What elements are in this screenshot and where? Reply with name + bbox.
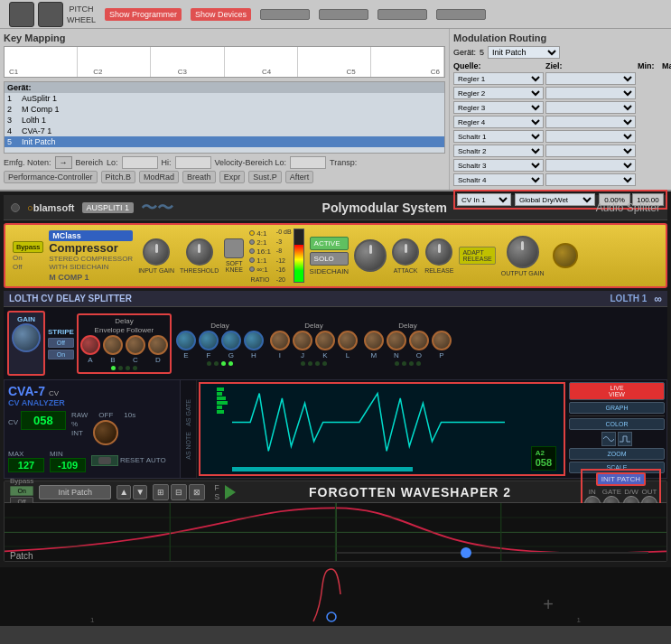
device-row-3[interactable]: 3 Lolth 1 <box>5 115 444 126</box>
show-programmer-btn[interactable]: Show Programmer <box>105 8 182 21</box>
on-btn[interactable]: On <box>48 350 74 359</box>
regler1-target[interactable] <box>545 72 636 85</box>
schaltr1-target[interactable] <box>545 130 636 143</box>
ratio-1-1[interactable]: 1:1 <box>249 257 271 265</box>
power-dot[interactable] <box>11 203 20 212</box>
velocity-lo-input[interactable] <box>290 156 326 169</box>
delay-h-knob[interactable] <box>244 331 264 350</box>
ratio-4-1[interactable]: 4:1 <box>249 229 271 238</box>
schaltr3-source[interactable]: Schaltr 3 <box>453 159 544 172</box>
pitch-knob[interactable] <box>9 2 34 27</box>
hi-input[interactable] <box>175 156 211 169</box>
ws-on-btn[interactable]: On <box>10 486 33 496</box>
threshold-knob[interactable] <box>186 238 213 266</box>
attack-knob[interactable] <box>392 238 419 266</box>
device-row-5[interactable]: 5 Init Patch <box>5 136 444 147</box>
delay-i-knob[interactable] <box>270 331 290 350</box>
channel-efgh: E F G H <box>176 331 264 359</box>
schaltr2-source[interactable]: Schaltr 2 <box>453 145 544 157</box>
soft-knee-control[interactable] <box>224 238 244 258</box>
ws-play-btn[interactable] <box>225 485 236 499</box>
off-btn[interactable]: Off <box>48 338 74 348</box>
slider-2[interactable] <box>319 9 368 20</box>
delay-d-knob[interactable] <box>148 335 168 355</box>
device-row-2[interactable]: 2 M Comp 1 <box>5 104 444 115</box>
schaltr4-target[interactable] <box>545 173 636 186</box>
ws-arrow-up[interactable]: ▲ <box>116 485 131 499</box>
delay-n-knob[interactable] <box>387 331 406 350</box>
delay-k-knob[interactable] <box>315 331 335 350</box>
ratio-2-1[interactable]: 2:1 <box>249 238 271 247</box>
perf-controller[interactable]: Performance-Controller <box>4 171 98 183</box>
reset-slider[interactable] <box>98 457 111 464</box>
wheel-knob[interactable] <box>38 2 63 27</box>
release-knob[interactable] <box>425 238 452 266</box>
device-row-4[interactable]: 4 CVA-7 1 <box>5 126 444 136</box>
delay-b-knob[interactable] <box>103 335 123 355</box>
show-devices-btn[interactable]: Show Devices <box>191 8 251 21</box>
delay-c-knob[interactable] <box>126 335 145 355</box>
output-gain-knob[interactable] <box>507 236 539 268</box>
schaltr4-source[interactable]: Schaltr 4 <box>453 173 544 186</box>
schaltr3-target[interactable] <box>545 159 636 172</box>
delay-g: G <box>221 331 241 359</box>
regler1-source[interactable]: Regler 1 <box>453 72 544 85</box>
wave-icon-1[interactable] <box>601 432 616 446</box>
delay-m-knob[interactable] <box>364 331 384 350</box>
arrow-btn[interactable]: → <box>55 156 72 169</box>
schaltr2-target[interactable] <box>545 145 636 157</box>
delay-o-knob[interactable] <box>409 331 429 350</box>
solo-btn[interactable]: SOLO <box>310 252 349 266</box>
cva-main-knob[interactable] <box>93 420 118 445</box>
delay-a-knob[interactable] <box>80 335 100 355</box>
regler2-source[interactable]: Regler 2 <box>453 87 544 99</box>
perf-breath[interactable]: Breath <box>182 171 216 183</box>
perf-sustp[interactable]: Sust.P <box>248 171 282 183</box>
slider-1[interactable] <box>260 9 310 20</box>
perf-pitchb[interactable]: Pitch.B <box>101 171 136 183</box>
perf-expr[interactable]: Expr <box>219 171 246 183</box>
delay-l-knob[interactable] <box>338 331 358 350</box>
input-gain-knob[interactable] <box>143 238 170 266</box>
regler4-target[interactable] <box>545 116 636 128</box>
wave-icon-2[interactable] <box>618 432 632 446</box>
active-btn[interactable]: ACTIVE <box>310 237 349 250</box>
regler3-target[interactable] <box>545 101 636 114</box>
zoom-btn[interactable]: ZOOM <box>569 448 665 460</box>
color-btn[interactable]: COLOR <box>569 418 665 430</box>
ws-icon-3[interactable]: ⊠ <box>189 484 205 500</box>
ws-icon-2[interactable]: ⊟ <box>171 484 187 500</box>
ws-patch-btn[interactable]: Init Patch <box>39 485 111 499</box>
ws-arrow-down[interactable]: ▼ <box>133 485 147 499</box>
regler4-source[interactable]: Regler 4 <box>453 116 544 128</box>
live-view-btn[interactable]: LIVEVIEW <box>569 382 665 400</box>
ws-slider-thumb[interactable] <box>461 547 471 558</box>
regler2-target[interactable] <box>545 87 636 99</box>
graph-btn[interactable]: GRAPH <box>569 402 665 414</box>
adapt-release-btn[interactable]: ADAPTRELEASE <box>459 247 495 265</box>
delay-f-knob[interactable] <box>199 331 219 350</box>
sidechain-knob[interactable] <box>354 239 387 272</box>
delay-p-knob[interactable] <box>432 331 452 350</box>
slider-4[interactable] <box>436 9 486 20</box>
soft-knee-group: SOFTKNEE <box>224 238 244 273</box>
bypass-button[interactable]: Bypass <box>13 241 43 253</box>
regler3-source[interactable]: Regler 3 <box>453 101 544 114</box>
perf-aftert[interactable]: Aftert <box>285 171 314 183</box>
delay-g-knob[interactable] <box>221 331 241 350</box>
lo-input[interactable] <box>122 156 158 169</box>
slider-3[interactable] <box>377 9 427 20</box>
poly-title: Polymodular System <box>181 201 589 215</box>
ratio-16-1[interactable]: 16:1 <box>249 247 271 256</box>
lolth-gain-knob[interactable] <box>12 323 41 352</box>
delay-j-knob[interactable] <box>293 331 312 350</box>
delay-e-knob[interactable] <box>176 331 196 350</box>
mod-device-select[interactable]: Init Patch <box>488 46 560 59</box>
ws-icon-1[interactable]: ⊞ <box>153 484 169 500</box>
schaltr1-source[interactable]: Schaltr 1 <box>453 130 544 143</box>
perf-modrad[interactable]: ModRad <box>139 171 179 183</box>
blamsoft-logo: ○blamsoft <box>27 202 75 213</box>
ratio-inf-1[interactable]: ∞:1 <box>249 266 271 274</box>
ws-slider-track[interactable] <box>336 552 649 554</box>
device-row-1[interactable]: 1 AuSplitr 1 <box>5 93 444 104</box>
